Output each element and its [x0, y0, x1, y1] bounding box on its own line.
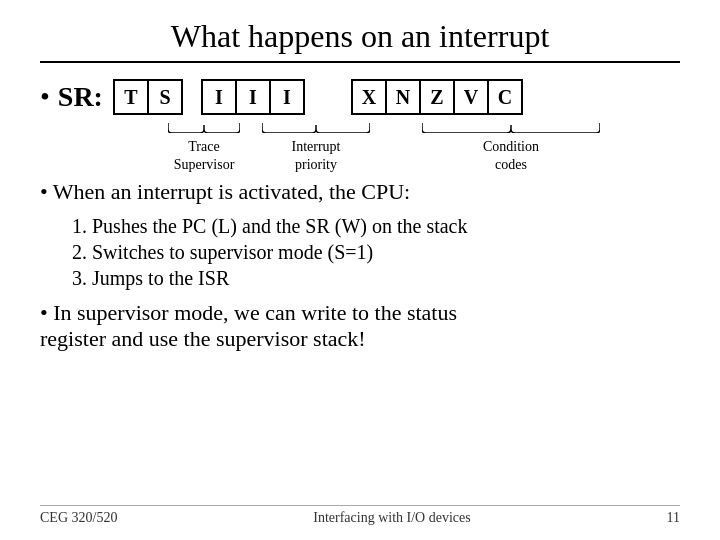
sr-bullet: •	[40, 81, 50, 113]
sr-cell-x: X	[351, 79, 387, 115]
sub-item-1: 1. Pushes the PC (L) and the SR (W) on t…	[72, 215, 680, 238]
condition-brace-svg	[422, 121, 600, 133]
sr-cell-i3: I	[269, 79, 305, 115]
footer: CEG 320/520 Interfacing with I/O devices…	[40, 505, 680, 526]
sr-cell-t: T	[113, 79, 149, 115]
annotations-area: Trace Supervisor Interrupt priority Cond…	[130, 119, 680, 171]
sr-cells: T S I I I X N Z V C	[113, 79, 523, 115]
slide-title: What happens on an interrupt	[40, 18, 680, 63]
sr-cell-z: Z	[419, 79, 455, 115]
content-area: • When an interrupt is activated, the CP…	[40, 179, 680, 505]
footer-right: 11	[667, 510, 680, 526]
sr-cell-v: V	[453, 79, 489, 115]
sub-list: 1. Pushes the PC (L) and the SR (W) on t…	[72, 215, 680, 290]
supervisor-brace-svg	[168, 121, 240, 133]
supervisor-annotation: Trace Supervisor	[168, 119, 240, 174]
sub-item-3: 3. Jumps to the ISR	[72, 267, 680, 290]
when-bullet: • When an interrupt is activated, the CP…	[40, 179, 680, 205]
sr-row: • SR: T S I I I X N Z V C	[40, 79, 680, 115]
footer-left: CEG 320/520	[40, 510, 117, 526]
sr-label: SR:	[58, 81, 103, 113]
sub-item-2: 2. Switches to supervisor mode (S=1)	[72, 241, 680, 264]
condition-label: Condition codes	[422, 138, 600, 174]
condition-annotation: Condition codes	[422, 119, 600, 174]
interrupt-label: Interrupt priority	[262, 138, 370, 174]
sr-cell-i2: I	[235, 79, 271, 115]
sr-cell-s: S	[147, 79, 183, 115]
supervisor-label: Trace Supervisor	[168, 138, 240, 174]
interrupt-brace-svg	[262, 121, 370, 133]
sr-cell-n: N	[385, 79, 421, 115]
when-bullet-text: • When an interrupt is activated, the CP…	[40, 179, 410, 205]
supervisor-bullet: • In supervisor mode, we can write to th…	[40, 300, 680, 352]
footer-center: Interfacing with I/O devices	[313, 510, 470, 526]
sr-cell-i1: I	[201, 79, 237, 115]
interrupt-annotation: Interrupt priority	[262, 119, 370, 174]
sr-cell-c: C	[487, 79, 523, 115]
